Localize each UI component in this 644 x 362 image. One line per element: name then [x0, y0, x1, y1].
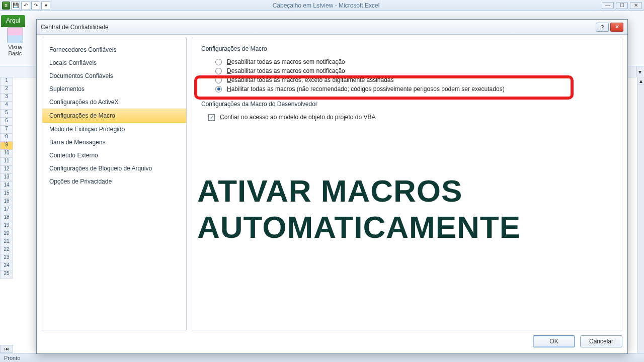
- trust-center-dialog: Central de Confiabilidade ? ✕ Fornecedor…: [36, 19, 628, 354]
- row-header[interactable]: 1: [0, 77, 13, 85]
- row-header[interactable]: 15: [0, 190, 13, 198]
- qat-dropdown-icon[interactable]: ▾: [41, 1, 50, 10]
- row-header[interactable]: 16: [0, 198, 13, 206]
- macro-settings-heading: Configurações de Macro: [201, 45, 613, 52]
- undo-icon[interactable]: ↶: [21, 1, 30, 10]
- radio-label: Desabilitar todas as macros sem notifica…: [227, 58, 345, 65]
- row-header[interactable]: 9: [0, 142, 13, 150]
- macro-radio-option[interactable]: Desabilitar todas as macros sem notifica…: [201, 57, 613, 66]
- first-sheet-icon[interactable]: ⏮: [0, 345, 13, 353]
- row-header[interactable]: 21: [0, 238, 13, 246]
- status-bar: Pronto: [0, 353, 644, 362]
- macro-radio-option[interactable]: Desabilitar todas as macros, exceto as d…: [201, 75, 613, 84]
- nav-item[interactable]: Suplementos: [42, 82, 186, 96]
- help-button[interactable]: ?: [596, 23, 609, 32]
- dialog-nav-pane: Fornecedores ConfiáveisLocais Confiáveis…: [42, 38, 187, 330]
- radio-icon[interactable]: [215, 59, 222, 65]
- nav-item[interactable]: Fornecedores Confiáveis: [42, 43, 186, 56]
- row-header[interactable]: 14: [0, 182, 13, 190]
- radio-icon[interactable]: [215, 77, 222, 83]
- row-header[interactable]: 23: [0, 254, 13, 262]
- nav-item[interactable]: Conteúdo Externo: [42, 149, 186, 162]
- row-header[interactable]: 24: [0, 262, 13, 270]
- trust-vba-label: Confiar no acesso ao modelo de objeto do…: [220, 114, 376, 121]
- developer-macro-heading: Configurações da Macro do Desenvolvedor: [201, 101, 613, 108]
- macro-radio-option[interactable]: Desabilitar todas as macros com notifica…: [201, 66, 613, 75]
- maximize-button[interactable]: ☐: [616, 2, 628, 9]
- file-tab[interactable]: Arqui: [1, 15, 25, 27]
- row-header[interactable]: 10: [0, 150, 13, 158]
- minimize-button[interactable]: —: [602, 2, 614, 9]
- row-header[interactable]: 6: [0, 118, 13, 126]
- macro-radio-option[interactable]: Habilitar todas as macros (não recomenda…: [201, 84, 613, 94]
- radio-label: Habilitar todas as macros (não recomenda…: [227, 85, 505, 93]
- row-header[interactable]: 25: [0, 270, 13, 279]
- nav-item[interactable]: Configurações de Macro: [42, 109, 186, 123]
- excel-titlebar: X 💾 ↶ ↷ ▾ Cabeçalho em Lstview - Microso…: [0, 0, 644, 11]
- row-header[interactable]: 17: [0, 206, 13, 214]
- sheet-nav-buttons[interactable]: ⏮: [0, 345, 13, 353]
- visual-basic-button[interactable]: Visua Basic: [5, 27, 25, 58]
- row-header[interactable]: 18: [0, 214, 13, 222]
- dialog-content-pane: Configurações de Macro Desabilitar todas…: [192, 38, 622, 330]
- nav-item[interactable]: Modo de Exibição Protegido: [42, 123, 186, 136]
- row-header[interactable]: 11: [0, 158, 13, 166]
- row-header[interactable]: 7: [0, 126, 13, 134]
- radio-label: Desabilitar todas as macros, exceto as d…: [227, 76, 394, 83]
- visual-basic-icon: [7, 27, 23, 43]
- row-header[interactable]: 8: [0, 134, 13, 142]
- close-window-button[interactable]: ✕: [630, 2, 642, 9]
- nav-item[interactable]: Opções de Privacidade: [42, 175, 186, 188]
- formula-expand-icon[interactable]: ▾: [636, 66, 643, 77]
- quick-access-toolbar: X 💾 ↶ ↷ ▾: [2, 1, 50, 10]
- row-header[interactable]: 22: [0, 246, 13, 254]
- dialog-close-button[interactable]: ✕: [610, 23, 623, 32]
- nav-item[interactable]: Barra de Mensagens: [42, 136, 186, 149]
- dialog-footer: OK Cancelar: [42, 333, 622, 349]
- overlay-annotation: ATIVAR MACROS AUTOMATICAMENTE: [197, 173, 521, 245]
- radio-label: Desabilitar todas as macros com notifica…: [227, 67, 345, 74]
- excel-logo-icon: X: [2, 2, 10, 10]
- nav-item[interactable]: Locais Confiáveis: [42, 56, 186, 69]
- nav-item[interactable]: Documentos Confiáveis: [42, 69, 186, 82]
- row-header[interactable]: 19: [0, 222, 13, 230]
- row-header[interactable]: 13: [0, 174, 13, 182]
- save-icon[interactable]: 💾: [11, 1, 20, 10]
- ok-button[interactable]: OK: [533, 335, 575, 347]
- radio-icon[interactable]: [215, 68, 222, 74]
- row-header[interactable]: 4: [0, 102, 13, 110]
- nav-item[interactable]: Configurações de Bloqueio de Arquivo: [42, 162, 186, 175]
- cancel-button[interactable]: Cancelar: [580, 335, 622, 347]
- row-header[interactable]: 2: [0, 85, 13, 94]
- row-header[interactable]: 5: [0, 110, 13, 118]
- redo-icon[interactable]: ↷: [31, 1, 40, 10]
- row-headers: 1234567891011121314151617181920212223242…: [0, 77, 13, 279]
- scroll-up-icon[interactable]: ▴: [637, 77, 644, 84]
- trust-vba-checkbox-row[interactable]: ✓ Confiar no acesso ao modelo de objeto …: [201, 113, 613, 122]
- row-header[interactable]: 3: [0, 94, 13, 102]
- row-header[interactable]: 12: [0, 166, 13, 174]
- window-title: Cabeçalho em Lstview - Microsoft Excel: [50, 2, 602, 9]
- vertical-scrollbar[interactable]: ▴: [637, 77, 644, 353]
- dialog-title: Central de Confiabilidade: [41, 24, 594, 31]
- nav-item[interactable]: Configurações do ActiveX: [42, 96, 186, 109]
- row-header[interactable]: 20: [0, 230, 13, 238]
- dialog-titlebar: Central de Confiabilidade ? ✕: [37, 20, 627, 35]
- checkbox-icon[interactable]: ✓: [208, 114, 215, 121]
- radio-icon[interactable]: [215, 86, 222, 93]
